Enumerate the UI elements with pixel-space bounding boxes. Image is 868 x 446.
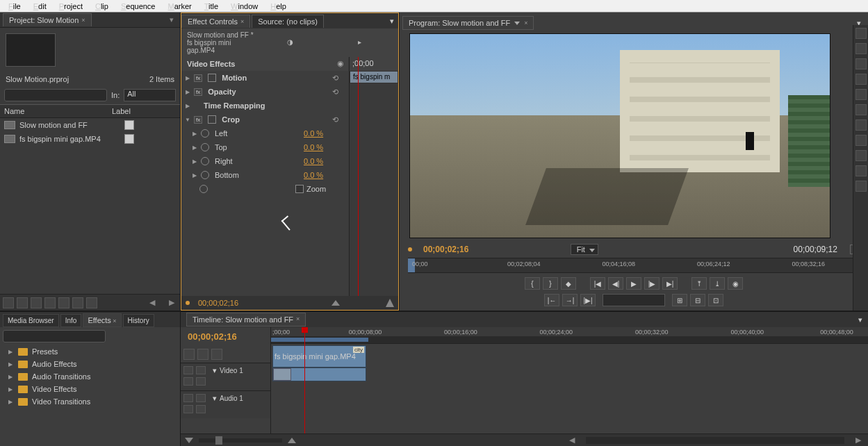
timeline-zoom-slider[interactable] bbox=[199, 438, 282, 443]
effects-folder[interactable]: ▶Audio Effects bbox=[0, 358, 180, 370]
effect-row-motion[interactable]: ▶ fx Motion ⟲ bbox=[181, 71, 348, 85]
panel-menu-icon[interactable]: ▾ bbox=[858, 315, 862, 324]
scroll-left-icon[interactable]: ◀ bbox=[566, 436, 578, 445]
transform-box-icon[interactable] bbox=[208, 74, 216, 82]
go-to-out-button[interactable]: ▶| bbox=[662, 277, 678, 290]
menu-sequence[interactable]: Sequence bbox=[115, 1, 161, 12]
selection-tool-icon[interactable] bbox=[855, 28, 867, 39]
bin-item[interactable]: Slow motion and FF bbox=[0, 118, 180, 132]
section-toggle-icon[interactable]: ◉ bbox=[336, 59, 345, 69]
zoom-out-icon[interactable] bbox=[185, 438, 193, 443]
track-opt-icon[interactable] bbox=[183, 405, 193, 413]
razor-tool-icon[interactable] bbox=[855, 104, 867, 115]
slip-tool-icon[interactable] bbox=[855, 119, 867, 131]
close-icon[interactable]: × bbox=[111, 317, 117, 324]
param-value[interactable]: 0.0 % bbox=[304, 143, 345, 151]
timeline-clip[interactable]: fs bigspin mini gap.MP4 city bbox=[272, 345, 366, 367]
program-preview[interactable] bbox=[409, 33, 830, 238]
stopwatch-icon[interactable] bbox=[199, 185, 208, 193]
menu-project[interactable]: Project bbox=[54, 1, 88, 12]
param-value[interactable]: 0.0 % bbox=[304, 171, 345, 179]
panel-menu-icon[interactable]: ▾ bbox=[390, 17, 394, 26]
close-icon[interactable]: × bbox=[81, 17, 85, 24]
delete-icon[interactable] bbox=[86, 297, 97, 308]
close-icon[interactable]: × bbox=[524, 19, 527, 26]
rate-stretch-tool-icon[interactable] bbox=[855, 89, 867, 100]
project-tab[interactable]: Project: Slow Motion × bbox=[3, 13, 92, 26]
slide-tool-icon[interactable] bbox=[855, 135, 867, 146]
list-view-icon[interactable] bbox=[3, 297, 14, 308]
stopwatch-icon[interactable] bbox=[201, 171, 209, 179]
find-icon[interactable] bbox=[44, 297, 56, 308]
zoom-tool-icon[interactable] bbox=[855, 181, 867, 192]
effect-row-opacity[interactable]: ▶ fx Opacity ⟲ bbox=[181, 85, 348, 99]
mark-out-button[interactable]: } bbox=[543, 277, 558, 290]
effect-row-time-remapping[interactable]: ▶ Time Remapping bbox=[181, 99, 348, 113]
new-item-icon[interactable] bbox=[72, 297, 83, 308]
timeline-playhead[interactable] bbox=[304, 327, 305, 433]
disclosure-icon[interactable]: ▶ bbox=[7, 386, 14, 393]
ec-playhead[interactable] bbox=[358, 57, 359, 296]
reset-icon[interactable]: ⟲ bbox=[330, 74, 340, 83]
prev-edit-button[interactable]: |← bbox=[544, 294, 559, 306]
disclosure-icon[interactable]: ▶ bbox=[7, 349, 14, 355]
tab-history[interactable]: History bbox=[123, 314, 154, 327]
timeline-ruler[interactable]: ;00;00 00;00;08;00 00;00;16;00 00;00;24;… bbox=[271, 327, 868, 344]
lift-button[interactable]: ⤒ bbox=[691, 277, 707, 290]
step-forward-button[interactable]: |▶ bbox=[644, 277, 660, 290]
effects-folder[interactable]: ▶Presets bbox=[0, 345, 180, 358]
panel-menu-icon[interactable]: ▾ bbox=[166, 15, 177, 24]
column-name[interactable]: Name bbox=[4, 107, 112, 115]
effects-folder[interactable]: ▶Audio Transitions bbox=[0, 370, 180, 383]
disclosure-icon[interactable]: ▶ bbox=[191, 158, 198, 165]
icon-view-icon[interactable] bbox=[17, 297, 28, 308]
menu-help[interactable]: Help bbox=[265, 1, 292, 12]
column-label[interactable]: Label bbox=[112, 107, 131, 115]
extract-button[interactable]: ⤓ bbox=[710, 277, 725, 290]
toggle-timeline-icon[interactable]: ◑ bbox=[256, 38, 323, 48]
next-edit-button[interactable]: →| bbox=[562, 294, 578, 306]
zoom-slider-handle[interactable] bbox=[215, 436, 222, 445]
fx-badge-icon[interactable]: fx bbox=[194, 74, 202, 82]
new-bin-icon[interactable] bbox=[58, 297, 69, 308]
keyframe-icon[interactable] bbox=[196, 405, 206, 413]
timeline-timecode[interactable]: 00;00;02;16 bbox=[181, 327, 270, 346]
menu-edit[interactable]: Edit bbox=[28, 1, 52, 12]
program-timecode-current[interactable]: 00;00;02;16 bbox=[423, 245, 468, 254]
disclosure-icon[interactable]: ▶ bbox=[7, 361, 14, 367]
reset-icon[interactable]: ⟲ bbox=[330, 88, 340, 97]
dropdown-icon[interactable] bbox=[514, 22, 520, 25]
program-ruler[interactable]: 00;00 00;02;08;04 00;04;16;08 00;06;24;1… bbox=[408, 258, 860, 273]
track-select-tool-icon[interactable] bbox=[855, 43, 867, 54]
marker-icon[interactable] bbox=[197, 349, 208, 360]
chevron-right-icon[interactable]: ▸ bbox=[326, 38, 393, 48]
disclosure-icon[interactable]: ▶ bbox=[184, 103, 191, 109]
fx-badge-icon[interactable]: fx bbox=[194, 116, 202, 124]
zoom-fit-dropdown[interactable]: Fit bbox=[571, 244, 598, 255]
reset-icon[interactable]: ⟲ bbox=[330, 115, 340, 124]
param-value[interactable]: 0.0 % bbox=[304, 129, 345, 138]
output-button[interactable]: ⊟ bbox=[690, 294, 705, 306]
in-dropdown[interactable]: All bbox=[124, 89, 176, 101]
menu-marker[interactable]: Marker bbox=[163, 1, 197, 12]
keyframe-icon[interactable] bbox=[196, 377, 206, 386]
snap-icon[interactable] bbox=[183, 349, 195, 360]
menu-title[interactable]: Title bbox=[199, 1, 224, 12]
ec-timecode[interactable]: 00;00;02;16 bbox=[198, 299, 238, 307]
effects-search-input[interactable] bbox=[3, 330, 106, 342]
stopwatch-icon[interactable] bbox=[201, 143, 209, 151]
marker-button[interactable]: ◆ bbox=[561, 277, 576, 290]
timeline-scrollbar[interactable] bbox=[586, 437, 845, 444]
tab-media-browser[interactable]: Media Browser bbox=[3, 314, 59, 327]
zoom-out-icon[interactable] bbox=[331, 300, 340, 306]
scroll-right-icon[interactable]: ▶ bbox=[853, 436, 864, 445]
disclosure-icon[interactable]: ▶ bbox=[184, 75, 191, 81]
param-value[interactable]: 0.0 % bbox=[304, 157, 345, 165]
stopwatch-icon[interactable] bbox=[201, 129, 209, 138]
shuttle-slider[interactable] bbox=[603, 294, 665, 306]
lock-icon[interactable] bbox=[196, 394, 206, 402]
mark-in-button[interactable]: { bbox=[525, 277, 540, 290]
close-icon[interactable]: × bbox=[296, 315, 300, 324]
stopwatch-icon[interactable] bbox=[201, 157, 209, 165]
disclosure-icon[interactable]: ▶ bbox=[191, 172, 198, 179]
